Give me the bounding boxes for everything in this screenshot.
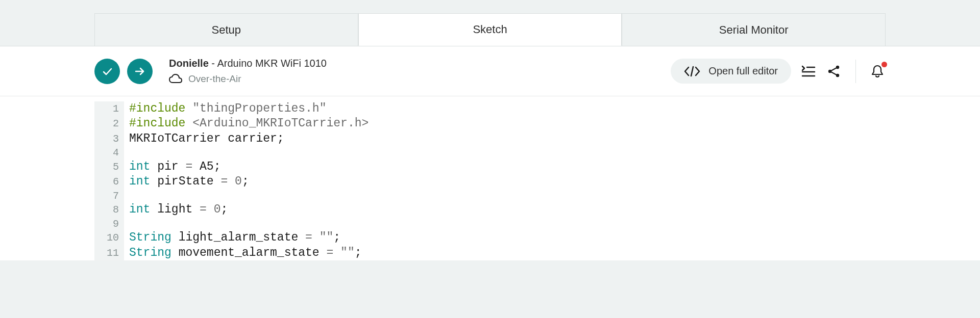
tab-label: Serial Monitor <box>719 23 789 37</box>
code-line: 7 <box>94 190 980 203</box>
tab-label: Sketch <box>473 23 507 36</box>
cloud-icon <box>169 74 182 84</box>
sketch-title: Donielle - Arduino MKR WiFi 1010 <box>169 58 327 69</box>
list-button[interactable] <box>800 63 817 80</box>
code-line: 1#include "thingProperties.h" <box>94 101 980 116</box>
deployment-row: Over-the-Air <box>169 73 327 85</box>
notifications-button[interactable] <box>869 63 886 80</box>
code-content: #include "thingProperties.h" <box>124 101 326 116</box>
code-content <box>124 190 129 203</box>
arrow-right-icon <box>134 65 146 77</box>
svg-line-1 <box>691 67 693 76</box>
code-content: int pirState = 0; <box>124 174 249 189</box>
open-full-editor-button[interactable]: Open full editor <box>671 59 791 84</box>
sketch-name: Donielle <box>169 58 209 69</box>
line-number: 10 <box>94 230 124 245</box>
tabs-container: Setup Sketch Serial Monitor <box>0 0 980 46</box>
verify-button[interactable] <box>94 59 120 84</box>
code-line: 9 <box>94 218 980 231</box>
code-line: 3MKRIoTCarrier carrier; <box>94 131 980 146</box>
check-icon <box>101 65 113 77</box>
toolbar: Donielle - Arduino MKR WiFi 1010 Over-th… <box>0 46 980 96</box>
code-content <box>124 146 129 160</box>
toolbar-divider <box>855 60 856 83</box>
line-number: 7 <box>94 190 124 203</box>
code-content: String movement_alarm_state = ""; <box>124 246 362 260</box>
code-content <box>124 218 129 231</box>
line-number: 6 <box>94 174 124 189</box>
line-number: 8 <box>94 202 124 217</box>
line-number: 4 <box>94 146 124 160</box>
tab-setup[interactable]: Setup <box>94 13 358 46</box>
code-icon <box>684 66 700 77</box>
code-line: 11String movement_alarm_state = ""; <box>94 246 980 260</box>
share-button[interactable] <box>826 63 842 80</box>
code-content: int pir = A5; <box>124 160 220 174</box>
code-content: #include <Arduino_MKRIoTCarrier.h> <box>124 116 369 131</box>
line-number: 1 <box>94 101 124 116</box>
sketch-meta: Donielle - Arduino MKR WiFi 1010 Over-th… <box>169 58 327 85</box>
code-content: int light = 0; <box>124 202 228 217</box>
upload-button[interactable] <box>127 59 153 84</box>
notification-badge <box>881 62 887 67</box>
code-content: MKRIoTCarrier carrier; <box>124 131 284 146</box>
tab-sketch[interactable]: Sketch <box>358 13 622 46</box>
code-content: String light_alarm_state = ""; <box>124 230 340 245</box>
code-line: 10String light_alarm_state = ""; <box>94 230 980 245</box>
board-name: Arduino MKR WiFi 1010 <box>217 58 327 69</box>
line-number: 2 <box>94 116 124 131</box>
deployment-method: Over-the-Air <box>188 73 241 85</box>
right-tools: Open full editor <box>671 59 886 84</box>
list-icon <box>801 65 816 77</box>
code-line: 2#include <Arduino_MKRIoTCarrier.h> <box>94 116 980 131</box>
line-number: 9 <box>94 218 124 231</box>
code-line: 6int pirState = 0; <box>94 174 980 189</box>
svg-line-9 <box>831 72 837 75</box>
tab-serial-monitor[interactable]: Serial Monitor <box>622 13 886 46</box>
line-number: 11 <box>94 246 124 260</box>
code-line: 5int pir = A5; <box>94 160 980 174</box>
code-editor[interactable]: 1#include "thingProperties.h"2#include <… <box>0 96 980 260</box>
code-line: 8int light = 0; <box>94 202 980 217</box>
line-number: 5 <box>94 160 124 174</box>
share-icon <box>827 65 841 78</box>
line-number: 3 <box>94 131 124 146</box>
tab-label: Setup <box>212 23 241 37</box>
code-line: 4 <box>94 146 980 160</box>
open-editor-label: Open full editor <box>708 65 778 77</box>
svg-line-8 <box>831 68 837 71</box>
sketch-separator: - <box>209 58 217 69</box>
